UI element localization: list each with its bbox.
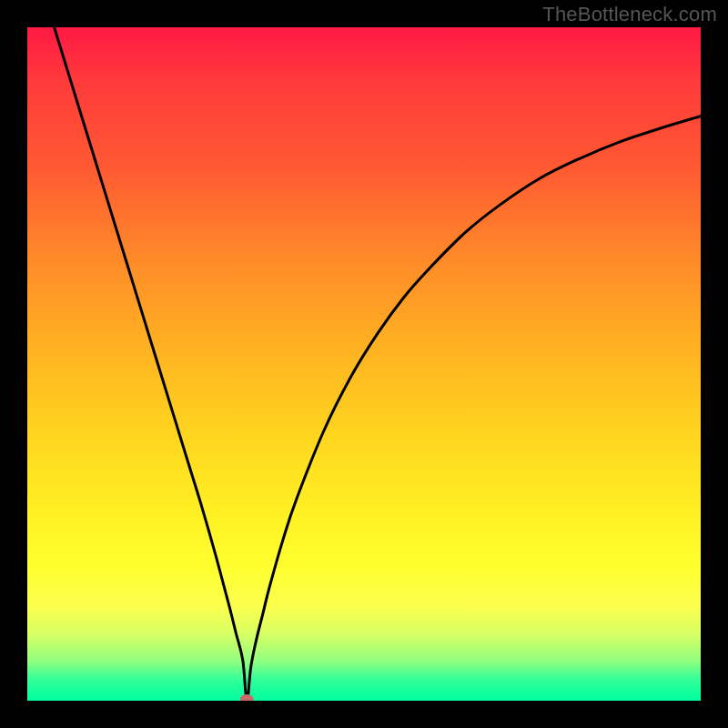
chart-type: line: [27, 27, 28, 28]
watermark-text: TheBottleneck.com: [542, 3, 717, 26]
plot-area: line bottleneck-curve: [27, 27, 701, 701]
chart-frame: TheBottleneck.com line bottleneck-curve: [0, 0, 728, 728]
series-name: bottleneck-curve: [27, 27, 28, 28]
optimum-marker: [240, 695, 253, 702]
bottleneck-curve: [55, 27, 701, 701]
curve-layer: [27, 27, 701, 701]
